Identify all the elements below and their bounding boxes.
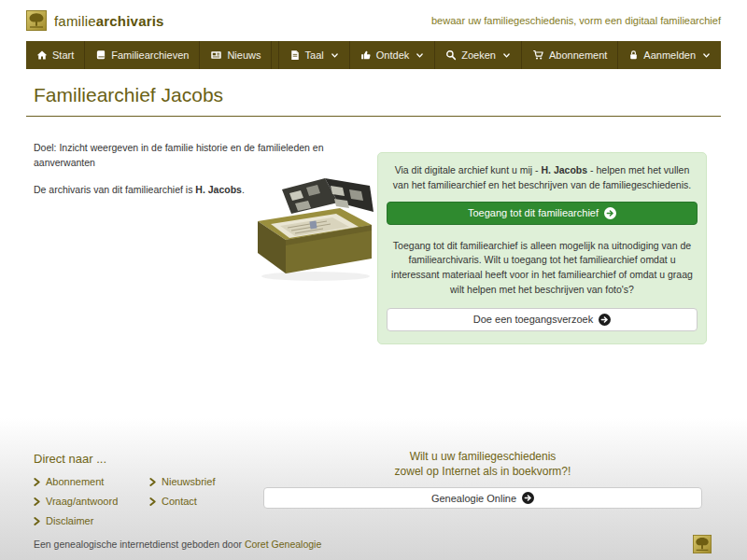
photo-box-image [233,173,379,285]
brand-home-link[interactable]: familiearchivaris [26,10,164,31]
footer-link-col-2: Nieuwsbrief Contact [149,476,215,535]
footer-link-abonnement[interactable]: Abonnement [34,476,149,487]
chevron-right-icon [149,478,156,486]
nav-right-group: Taal Ontdek Zoeken [278,41,721,69]
footer-promo: Wilt u uw familiegeschiedenis zowel op I… [263,441,702,535]
panel-intro-text: Via dit digitale archief kunt u mij - H.… [387,163,698,193]
direct-naar-heading: Direct naar ... [34,452,263,466]
access-request-button[interactable]: Doe een toegangsverzoek [387,308,698,331]
page: familiearchivaris bewaar uw familiegesch… [0,0,747,560]
credit-row: Een genealogische internetdienst geboden… [34,535,712,553]
lock-icon [628,49,639,61]
language-icon [289,49,301,61]
title-divider [26,116,721,117]
nav-label: Start [52,49,74,61]
nav-label: Zoeken [461,49,496,61]
nav-label: Taal [305,49,324,61]
credit-line: Een genealogische internetdienst geboden… [34,539,321,550]
goal-text: Doel: Inzicht weergeven in de familie hi… [34,141,325,171]
chevron-right-icon [149,497,156,506]
nav-label: Ontdek [376,49,409,61]
panel-request-text: Toegang tot dit familiearchief is alleen… [387,239,698,298]
nav-item-start[interactable]: Start [26,41,85,69]
thumbs-up-icon [360,49,372,61]
nav-item-zoeken[interactable]: Zoeken [434,41,521,69]
main-content: Familiearchief Jacobs Doel: Inzicht weer… [0,84,747,344]
chevron-right-icon [34,497,40,506]
footer-link-contact[interactable]: Contact [149,496,215,507]
tree-logo-icon [26,10,47,31]
promo-heading: Wilt u uw familiegeschiedenis zowel op I… [263,449,702,479]
coret-genealogie-link[interactable]: Coret Genealogie [245,539,321,550]
arrow-circle-right-icon [604,207,616,219]
book-icon [95,49,106,61]
chevron-down-icon [414,51,424,60]
home-icon [36,49,48,61]
access-panel: Via dit digitale archief kunt u mij - H.… [377,152,707,344]
arrow-circle-right-icon [522,492,534,504]
search-icon [445,49,457,61]
content-area: Doel: Inzicht weergeven in de familie hi… [26,141,721,344]
tree-logo-icon [693,535,712,553]
genealogie-online-button[interactable]: Genealogie Online [263,487,702,509]
footer-link-nieuwsbrief[interactable]: Nieuwsbrief [149,476,215,487]
nav-item-ontdek[interactable]: Ontdek [349,41,434,69]
nav-label: Abonnement [549,49,607,61]
site-header: familiearchivaris bewaar uw familiegesch… [0,0,747,41]
footer-link-col-1: Abonnement Vraag/antwoord Disclaimer [34,476,149,535]
cart-icon [532,49,544,61]
nav-label: Nieuws [227,49,261,61]
footer-link-columns: Abonnement Vraag/antwoord Disclaimer [34,476,263,535]
chevron-right-icon [34,517,40,525]
nav-item-taal[interactable]: Taal [278,41,349,69]
footer-link-disclaimer[interactable]: Disclaimer [34,515,149,526]
main-nav: Start Familiearchieven Nieuws Taal [26,41,721,69]
brand-name: familiearchivaris [54,13,164,29]
nav-item-abonnement[interactable]: Abonnement [521,41,617,69]
nav-label: Aanmelden [643,49,696,61]
footer-link-vraag-antwoord[interactable]: Vraag/antwoord [34,496,149,507]
footer-direct-links: Direct naar ... Abonnement Vraag/antwoor… [26,441,263,535]
arrow-circle-right-icon [599,314,611,326]
chevron-down-icon [329,51,339,60]
footer-row: Direct naar ... Abonnement Vraag/antwoor… [26,441,721,535]
nav-item-aanmelden[interactable]: Aanmelden [617,41,721,69]
footer: Direct naar ... Abonnement Vraag/antwoor… [0,418,747,560]
page-title: Familiearchief Jacobs [34,84,721,106]
nav-label: Familiearchieven [111,49,189,61]
nav-item-nieuws[interactable]: Nieuws [200,41,272,69]
nav-item-familiearchieven[interactable]: Familiearchieven [85,41,200,69]
chevron-down-icon [500,51,511,60]
newspaper-icon [210,49,222,61]
chevron-right-icon [34,478,40,486]
chevron-down-icon [700,51,711,60]
site-tagline: bewaar uw familiegeschiedenis, vorm een … [431,15,721,26]
access-archive-button[interactable]: Toegang tot dit familiearchief [387,202,698,225]
